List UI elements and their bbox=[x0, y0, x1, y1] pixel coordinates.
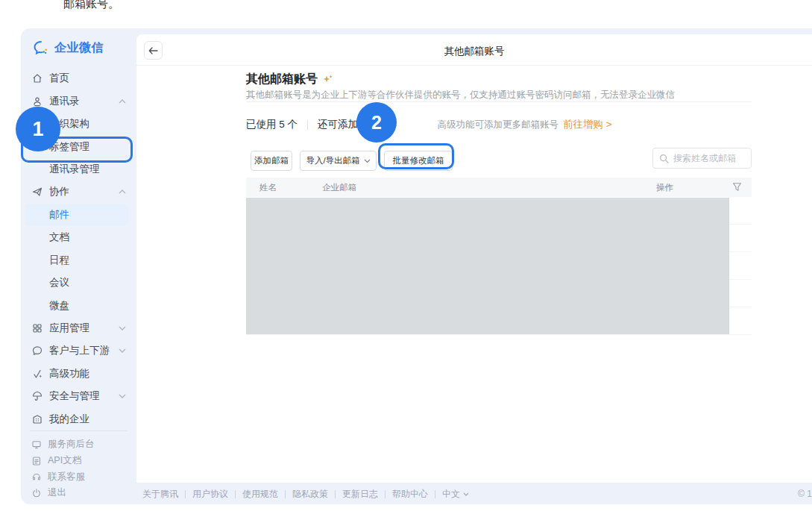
footer-link-help-center[interactable]: 帮助中心 bbox=[392, 488, 428, 501]
section-description: 其他邮箱账号是为企业上下游等合作伙伴提供的账号，仅支持通过账号密码访问邮箱，无法… bbox=[246, 89, 675, 101]
redacted-rows-overlay bbox=[246, 198, 729, 334]
collaboration-icon bbox=[31, 186, 43, 198]
sidebar: 企业微信 首页 通讯录 组织架构 标签管理 通讯录管理 bbox=[21, 28, 136, 504]
chevron-down-icon bbox=[364, 159, 371, 163]
app-logo[interactable]: 企业微信 bbox=[33, 40, 104, 56]
sidebar-item-advanced-features[interactable]: 高级功能 bbox=[21, 363, 136, 385]
upsell-link[interactable]: 前往增购 > bbox=[563, 118, 612, 131]
footer-link-privacy-policy[interactable]: 隐私政策 bbox=[292, 488, 328, 501]
page-title: 其他邮箱账号 bbox=[136, 45, 812, 58]
monitor-icon bbox=[31, 439, 42, 450]
clipped-sentence: 邮箱账号。 bbox=[63, 0, 119, 11]
stats-separator bbox=[307, 120, 308, 130]
sparkle-icon bbox=[322, 74, 333, 85]
footer-separator bbox=[435, 490, 435, 498]
chat-bubble-icon bbox=[31, 345, 43, 357]
import-export-button[interactable]: 导入/导出邮箱 bbox=[300, 151, 377, 171]
footer-separator bbox=[235, 490, 236, 498]
footer-link-usage-rules[interactable]: 使用规范 bbox=[242, 488, 278, 501]
wecom-logo-icon bbox=[33, 40, 49, 56]
copyright-text: © 1998 - 2025 Tencent Inc. All R bbox=[798, 483, 812, 504]
sidebar-item-api-docs[interactable]: API文档 bbox=[21, 453, 136, 469]
sidebar-item-my-company[interactable]: 我的企业 bbox=[21, 408, 136, 430]
chevron-up-icon bbox=[119, 99, 126, 104]
company-icon bbox=[31, 413, 43, 425]
home-icon bbox=[31, 72, 43, 84]
table-body bbox=[246, 197, 752, 335]
sparkle-wand-icon bbox=[31, 368, 43, 380]
sidebar-item-app-management[interactable]: 应用管理 bbox=[21, 317, 136, 339]
batch-edit-mailbox-button[interactable]: 批量修改邮箱 bbox=[384, 151, 453, 171]
panel-topbar: 其他邮箱账号 bbox=[136, 34, 812, 66]
sidebar-item-schedule[interactable]: 日程 bbox=[21, 249, 136, 272]
sidebar-item-org-structure[interactable]: 组织架构 bbox=[21, 113, 136, 135]
sidebar-divider bbox=[30, 430, 128, 431]
toolbar: 添加邮箱 导入/导出邮箱 批量修改邮箱 bbox=[251, 151, 453, 171]
panel-content: 其他邮箱账号 其他邮箱账号是为企业上下游等合作伙伴提供的账号，仅支持通过账号密码… bbox=[246, 66, 752, 483]
table-header: 姓名 企业邮箱 操作 bbox=[246, 178, 752, 197]
sidebar-item-mail[interactable]: 邮件 bbox=[25, 204, 128, 226]
app-window: 企业微信 首页 通讯录 组织架构 标签管理 通讯录管理 bbox=[21, 28, 812, 504]
sidebar-item-logout[interactable]: 退出 bbox=[21, 485, 136, 501]
chevron-down-icon bbox=[463, 492, 469, 496]
sidebar-item-tag-management[interactable]: 标签管理 bbox=[21, 135, 136, 157]
chevron-down-icon bbox=[119, 326, 126, 330]
column-name: 姓名 bbox=[259, 178, 277, 197]
search-box[interactable] bbox=[652, 148, 752, 169]
used-count: 已使用 5 个 bbox=[246, 118, 298, 131]
column-email: 企业邮箱 bbox=[322, 178, 356, 197]
chevron-down-icon bbox=[119, 394, 126, 398]
headset-icon bbox=[31, 471, 42, 482]
contacts-icon bbox=[31, 95, 43, 107]
footer-link-user-agreement[interactable]: 用户协议 bbox=[192, 488, 228, 501]
footer-link-changelog[interactable]: 更新日志 bbox=[342, 488, 378, 501]
umbrella-icon bbox=[31, 390, 43, 402]
search-icon bbox=[659, 154, 669, 163]
search-input[interactable] bbox=[673, 153, 745, 163]
footer-separator bbox=[285, 490, 286, 498]
remaining-count: 还可添加 9 个 bbox=[318, 118, 380, 131]
footer-separator bbox=[385, 490, 385, 498]
app-logo-text: 企业微信 bbox=[54, 40, 104, 56]
power-icon bbox=[31, 488, 42, 498]
sidebar-menu: 首页 通讯录 组织架构 标签管理 通讯录管理 协作 邮件 bbox=[21, 67, 136, 430]
footer-link-about[interactable]: 关于腾讯 bbox=[142, 488, 178, 501]
chevron-up-icon bbox=[119, 189, 126, 194]
usage-stats: 已使用 5 个 还可添加 9 个 高级功能可添加更多邮箱账号 前往增购 > bbox=[246, 116, 612, 133]
sidebar-item-provider-console[interactable]: 服务商后台 bbox=[21, 436, 136, 453]
sidebar-item-contact-support[interactable]: 联系客服 bbox=[21, 469, 136, 485]
upsell-text: 高级功能可添加更多邮箱账号 bbox=[438, 119, 559, 131]
footer-separator bbox=[185, 490, 186, 498]
sidebar-item-contacts[interactable]: 通讯录 bbox=[21, 90, 136, 112]
apps-grid-icon bbox=[31, 322, 43, 334]
main-panel: 其他邮箱账号 其他邮箱账号 其他邮箱账号是为企业上下游等合作伙伴提供的账号，仅支… bbox=[136, 34, 812, 483]
column-actions: 操作 bbox=[656, 178, 673, 197]
sidebar-item-docs[interactable]: 文档 bbox=[21, 226, 136, 248]
sidebar-item-contacts-management[interactable]: 通讯录管理 bbox=[21, 158, 136, 181]
language-selector[interactable]: 中文 bbox=[442, 488, 469, 501]
divider bbox=[246, 101, 752, 102]
sidebar-bottom-links: 服务商后台 API文档 联系客服 退出 bbox=[21, 436, 136, 501]
document-icon bbox=[31, 456, 42, 466]
sidebar-item-drive[interactable]: 微盘 bbox=[21, 294, 136, 316]
chevron-down-icon bbox=[119, 348, 126, 353]
sidebar-item-collaboration[interactable]: 协作 bbox=[21, 181, 136, 203]
footer: 关于腾讯 用户协议 使用规范 隐私政策 更新日志 帮助中心 中文 © 1998 … bbox=[136, 483, 812, 504]
add-mailbox-button[interactable]: 添加邮箱 bbox=[251, 151, 292, 171]
sidebar-item-security-management[interactable]: 安全与管理 bbox=[21, 385, 136, 407]
sidebar-item-customers[interactable]: 客户与上下游 bbox=[21, 339, 136, 362]
section-heading: 其他邮箱账号 bbox=[246, 72, 318, 87]
sidebar-item-meeting[interactable]: 会议 bbox=[21, 272, 136, 294]
sidebar-item-home[interactable]: 首页 bbox=[21, 67, 136, 90]
filter-icon[interactable] bbox=[732, 182, 742, 192]
footer-separator bbox=[335, 490, 336, 498]
